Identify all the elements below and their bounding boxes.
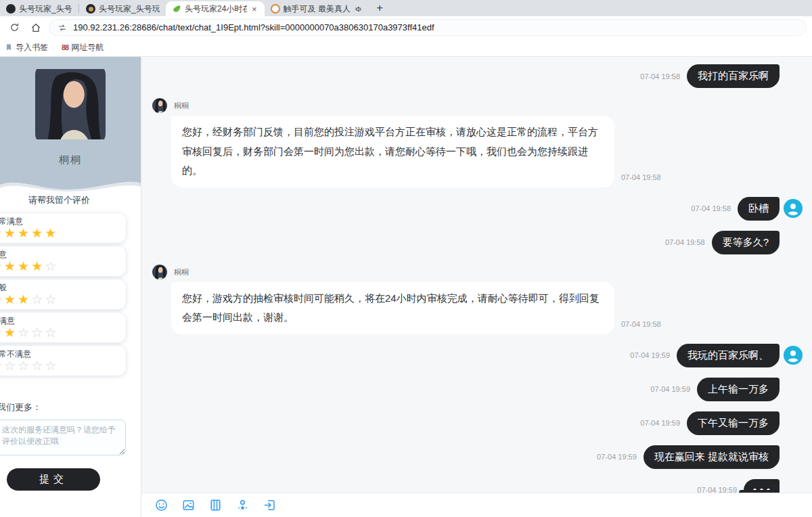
chat-bubble-user: 我打的百家乐啊 [687,64,780,88]
message-row-user: 07-04 19:59现在赢回来 提款就说审核 [141,445,812,469]
tab-strip: 头号玩家_头号玩家游头号玩家_头号玩家游头号玩家24小时在×触手可及 最美真人+ [0,0,812,16]
star-icon[interactable]: ★ [31,226,45,240]
message-row-user: 07-04 19:59下午又输一万多 [141,411,812,435]
star-icon[interactable]: ☆ [45,325,58,340]
url-bar[interactable]: 190.92.231.26:28686/chat/text/chat_1I9Ep… [49,19,807,36]
timestamp: 07-04 19:58 [640,72,680,81]
message-row-user: 07-04 19:58我打的百家乐啊 [141,64,812,88]
star-row: ★★★★★ [0,227,126,240]
message-row-user: 07-04 19:58要等多久? [141,231,812,254]
new-tab-button[interactable]: + [369,2,390,14]
agent-avatar-icon [152,265,167,279]
rating-card: 不满意★★☆☆☆ [0,313,126,342]
agent-message-name: 桐桐 [174,267,661,277]
star-icon[interactable]: ★ [18,259,31,273]
home-icon [30,22,41,33]
feedback-textarea[interactable] [0,420,126,455]
star-row: ★★★☆☆ [0,293,126,307]
clipped-bubble [739,490,780,493]
timestamp: 07-04 19:59 [697,486,737,493]
exit-icon[interactable] [263,498,277,512]
dark-circle-favicon-icon [6,4,16,14]
chat-bubble-user: 我玩的百家乐啊、 [677,344,780,367]
browser-tab[interactable]: 头号玩家_头号玩家游 [0,1,78,16]
star-icon[interactable]: ★ [4,226,18,240]
timestamp: 07-04 19:59 [597,453,637,461]
rating-title: 请帮我留个评价 [28,194,141,206]
star-icon[interactable]: ★ [4,259,18,273]
bookmarks-bar: 导入书签 88 网址导航 [0,39,812,57]
green-leaf-favicon-icon [172,4,181,14]
site-connection-icon [58,23,67,32]
star-icon[interactable]: ★ [4,292,18,307]
timestamp: 07-04 19:58 [691,204,731,212]
star-row: ★★☆☆☆ [0,326,126,340]
bookmark-import-label: 导入书签 [16,42,48,53]
bookmark-nav-label: 网址导航 [71,42,104,53]
message-scroll-area[interactable]: 07-04 19:58我打的百家乐啊桐桐您好，经财务部门反馈，目前您的投注游戏平… [141,57,812,493]
browser-tab[interactable]: 触手可及 最美真人 [265,1,369,16]
star-icon[interactable]: ☆ [45,292,58,307]
tab-title: 头号玩家_头号玩家游 [19,3,72,15]
browser-toolbar: 190.92.231.26:28686/chat/text/chat_1I9Ep… [0,16,812,39]
submit-button[interactable]: 提交 [7,468,100,491]
browser-chrome: 头号玩家_头号玩家游头号玩家_头号玩家游头号玩家24小时在×触手可及 最美真人+… [0,0,812,57]
star-icon[interactable]: ☆ [45,359,58,373]
emoji-icon[interactable] [154,498,168,512]
tab-close-icon[interactable]: × [250,4,258,14]
browser-tab[interactable]: 头号玩家24小时在× [166,1,265,16]
chat-bubble-user: 现在赢回来 提款就说审核 [644,445,780,469]
bookmark-nav[interactable]: 88 网址导航 [62,42,104,53]
user-avatar-icon [784,199,803,218]
url-text: 190.92.231.26:28686/chat/text/chat_1I9Ep… [73,22,434,32]
video-icon[interactable] [208,498,223,512]
bookmark-import[interactable]: 导入书签 [5,42,48,53]
bookmark-icon [5,43,13,51]
timestamp: 07-04 19:58 [621,173,661,181]
agent-name: 桐桐 [0,154,141,166]
agent-message-name: 桐桐 [174,101,661,111]
star-icon[interactable]: ★ [18,292,31,307]
chat-panel: 07-04 19:58我打的百家乐啊桐桐您好，经财务部门反馈，目前您的投注游戏平… [141,57,812,517]
star-icon[interactable]: ☆ [31,292,45,307]
star-icon[interactable]: ★ [31,259,45,273]
star-icon[interactable]: ★ [18,226,31,240]
wave-divider [0,173,141,192]
message-group-agent: 桐桐您好，游戏方的抽检审核时间可能稍久，将在24小时内审核完成，请耐心等待即可，… [152,265,812,334]
home-button[interactable] [27,19,45,37]
browser-tab[interactable]: 头号玩家_头号玩家游 [80,1,166,16]
star-icon[interactable]: ☆ [4,359,18,373]
message-row-user: 07-04 19:59上午输一万多 [141,378,812,401]
tab-title: 头号玩家24小时在 [185,3,247,15]
rate-agent-icon[interactable] [235,498,250,512]
message-group-agent: 桐桐您好，经财务部门反馈，目前您的投注游戏平台方正在审核，请放心这是正常的流程，… [152,98,812,187]
star-icon[interactable]: ☆ [18,359,31,373]
rating-card: 非常满意★★★★★ [0,213,126,243]
tab-title: 触手可及 最美真人 [284,3,351,15]
timestamp: 07-04 19:58 [665,238,705,246]
timestamp: 07-04 19:58 [621,320,661,328]
star-icon[interactable]: ☆ [18,325,31,340]
chat-bubble-user: 上午输一万多 [697,378,780,401]
tab-audio-icon[interactable] [355,5,363,14]
message-row-user: 07-04 19:59 [141,479,812,493]
star-icon[interactable]: ☆ [31,325,45,340]
star-icon[interactable]: ☆ [31,359,45,373]
rating-card: 满意★★★★☆ [0,246,126,276]
rating-list: 非常满意★★★★★满意★★★★☆一般★★★☆☆不满意★★☆☆☆非常不满意★☆☆☆… [0,213,141,376]
star-icon[interactable]: ☆ [45,259,58,273]
chat-bubble-agent: 您好，经财务部门反馈，目前您的投注游戏平台方正在审核，请放心这是正常的流程，平台… [171,116,614,187]
nav-badge-icon: 88 [62,43,68,51]
reload-button[interactable] [5,19,23,37]
agent-avatar-icon [152,98,167,113]
timestamp: 07-04 19:59 [650,385,690,393]
tab-title: 头号玩家_头号玩家游 [99,3,160,15]
chat-bubble-agent: 您好，游戏方的抽检审核时间可能稍久，将在24小时内审核完成，请耐心等待即可，得到… [171,282,614,334]
star-icon[interactable]: ★ [4,325,18,340]
star-icon[interactable]: ★ [45,226,58,240]
rating-card: 非常不满意★☆☆☆☆ [0,346,126,376]
feedback-more-label: 我们更多： [0,401,141,413]
chat-bubble-user: 下午又输一万多 [687,411,780,435]
image-icon[interactable] [181,498,196,512]
message-row-user: 07-04 19:58卧槽 [141,197,812,221]
